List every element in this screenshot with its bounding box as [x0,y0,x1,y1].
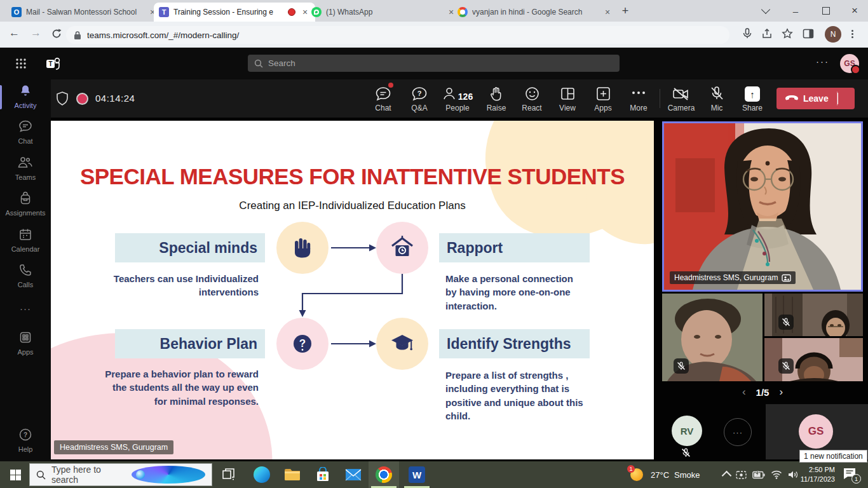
meet-now-icon[interactable] [736,470,747,480]
leave-chevron-icon[interactable] [837,93,838,104]
view-button[interactable]: View [550,84,585,112]
taskbar-search-input[interactable]: Type here to search [29,463,212,486]
chrome-button[interactable] [369,461,399,488]
sidebar-label: Activity [0,102,51,109]
word-button[interactable]: W [402,461,432,488]
main-video-tile[interactable]: Headmistress SMS, Gurugram [662,121,863,292]
more-button[interactable]: More [621,84,656,112]
clock-widget[interactable]: 2:50 PM 11/17/2023 [793,465,835,484]
help-icon: ? [18,428,32,442]
store-button[interactable] [308,461,338,488]
browser-menu-icon[interactable] [851,29,853,39]
teams-profile-avatar[interactable]: GS [840,54,859,73]
sidebar-item-chat[interactable]: Chat [0,119,51,145]
address-bar[interactable]: teams.microsoft.com/_#/modern-calling/ [66,26,729,44]
participant-video-tile[interactable] [764,338,863,381]
sidebar-label: Calls [0,281,51,288]
window-chevron-icon[interactable] [754,0,778,22]
chat-button[interactable]: Chat [365,84,401,112]
sidebar-label: Apps [0,348,51,356]
window-restore-button[interactable] [814,0,838,22]
side-panel-icon[interactable] [803,28,814,43]
tooltip-text: 1 new notification [804,452,863,461]
mail-icon [345,468,362,481]
task-view-button[interactable] [214,461,244,488]
mail-button[interactable] [338,461,369,488]
people-button[interactable]: 126 People [437,84,478,112]
sidebar-more-icon[interactable]: ··· [0,303,51,314]
raise-hand-button[interactable]: Raise [478,84,514,112]
tray-time: 2:50 PM [793,465,835,475]
forward-icon[interactable]: → [31,27,41,39]
card-identify-strengths: Identify Strengths [439,329,590,358]
store-icon [316,467,330,482]
react-button[interactable]: React [514,84,550,112]
close-tab-icon[interactable]: × [602,7,613,17]
sidebar-item-activity[interactable]: Activity [0,84,51,109]
file-explorer-button[interactable] [277,461,308,488]
participant-video-tile[interactable] [764,294,863,336]
svg-text:?: ? [24,431,27,438]
calendar-icon [18,227,32,241]
participant-avatar-gs[interactable]: GS [799,414,833,449]
sidebar-label: Help [0,445,51,453]
sidebar-item-assignments[interactable]: Assignments [0,191,51,217]
card-special-minds-desc: Teachers can use Individualized interven… [112,272,259,299]
word-icon: W [409,466,425,483]
bing-chat-icon[interactable] [132,466,206,484]
browser-tab-strip: O Mail - Salwan Montessori School × T Tr… [0,0,868,22]
share-label: Share [735,104,770,112]
battery-icon[interactable] [752,471,765,479]
sidebar-label: Chat [0,137,51,145]
bookmark-star-icon[interactable] [782,28,793,43]
start-button[interactable] [0,461,31,488]
share-button[interactable]: ↑ Share [735,84,770,112]
browser-profile-avatar[interactable]: N [825,26,841,43]
file-explorer-icon [284,468,301,482]
qna-button[interactable]: ? Q&A [402,84,437,112]
weather-widget[interactable]: 1 27°C Smoke [629,461,700,488]
edge-button[interactable] [247,461,277,488]
dots: ··· [733,428,743,437]
sidebar-item-help[interactable]: ? Help [0,428,51,453]
camera-button[interactable]: Camera [662,84,700,112]
tab-teams-active[interactable]: T Training Session - Ensuring e × [154,3,315,22]
mic-button[interactable]: Mic [700,84,733,112]
sidebar-item-apps[interactable]: Apps [0,330,51,356]
window-minimize-button[interactable]: – [783,0,808,22]
teams-icon: T [159,7,169,17]
waffle-icon[interactable] [15,58,27,72]
taskbar-search-placeholder: Type here to search [51,464,126,485]
shield-icon[interactable] [56,92,69,108]
page-next-icon[interactable]: › [779,386,783,398]
tab-label: (1) WhatsApp [326,8,442,17]
chat-badge [388,83,393,88]
window-close-button[interactable]: × [843,0,867,22]
back-icon[interactable]: ← [9,27,20,39]
people-count: 126 [458,92,473,102]
wifi-icon[interactable] [771,470,782,479]
weather-icon: 1 [629,466,646,483]
sidebar-item-calendar[interactable]: Calendar [0,227,51,253]
participant-avatar-rv[interactable]: RV [672,416,702,446]
leave-button[interactable]: Leave [776,88,855,109]
participant-video-tile[interactable] [662,294,763,381]
reload-icon[interactable] [51,28,62,43]
mic-permission-icon[interactable] [742,28,752,43]
tray-expand-icon[interactable] [722,471,732,481]
tab-whatsapp[interactable]: (1) WhatsApp × [306,3,461,22]
page-prev-icon[interactable]: ‹ [742,386,746,398]
sidebar-item-calls[interactable]: Calls [0,263,51,288]
tab-google-search[interactable]: vyanjan in hindi - Google Search × [452,3,618,22]
sidebar-item-teams[interactable]: Teams [0,156,51,181]
backpack-icon [18,191,32,205]
teams-search-input[interactable]: Search [248,55,620,72]
apps-button[interactable]: Apps [585,84,621,112]
header-more-icon[interactable]: ··· [816,56,829,67]
action-center-button[interactable]: 1 [843,467,859,482]
new-tab-button[interactable]: + [613,0,637,22]
tab-outlook[interactable]: O Mail - Salwan Montessori School × [6,3,163,22]
share-page-icon[interactable] [761,28,773,43]
more-participants-icon[interactable]: ··· [724,418,752,446]
diagram-circle-hand [276,222,329,274]
